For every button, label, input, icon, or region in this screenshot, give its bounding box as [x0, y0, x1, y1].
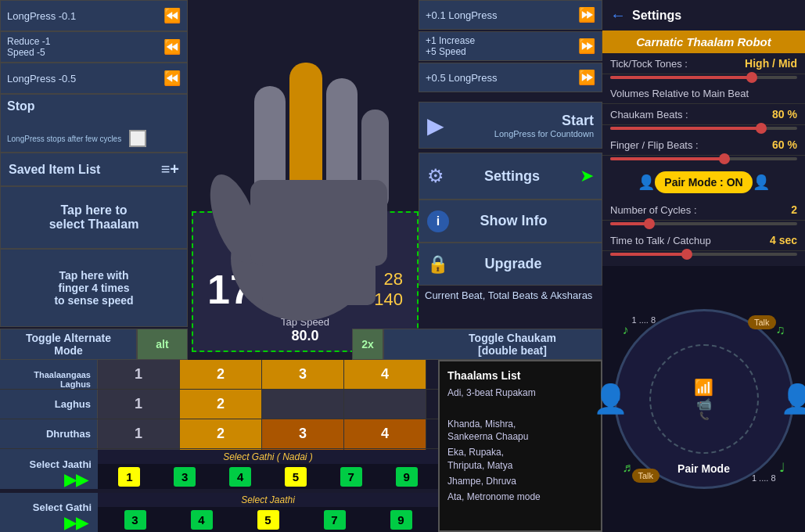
beat-info-label: Current Beat, Total Beats & Aksharas [419, 286, 602, 306]
upgrade-button[interactable]: 🔒 Upgrade [419, 243, 602, 286]
decrease-1-button[interactable]: Reduce -1 Speed -5 ⏪ [0, 31, 188, 63]
show-info-label: Show Info [480, 213, 548, 229]
chaukam-label: Chaukam Beats : [610, 109, 688, 120]
stop-label: Stop [7, 99, 35, 113]
person-right-icon: 👤 [753, 174, 770, 191]
chaukam-value: 80 % [772, 108, 797, 120]
timetotalk-slider[interactable] [602, 251, 805, 261]
forward-icon: ⏩ [578, 6, 595, 23]
thaalaangaas-label: ThaalaangaasLaghus [0, 360, 98, 389]
decrease-05-label: LongPress -0.5 [7, 73, 76, 84]
select-thaalam-button[interactable]: Tap here to select Thaalam [0, 186, 188, 249]
gathi-opt-4[interactable]: 4 [229, 467, 251, 487]
increase-01-button[interactable]: +0.1 LongPress ⏩ [419, 0, 602, 30]
pair-mode-circle: ♪ ♫ ♬ ♩ Talk 1 .... 8 Talk 1 .... 8 👤 👤 … [614, 309, 794, 489]
decrease-05-button[interactable]: LongPress -0.5 ⏪ [0, 63, 188, 94]
pair-mode-inner-circle: 📶 📹 📞 [649, 344, 759, 454]
finger-label: Finger / Flip Beats : [610, 139, 699, 151]
number-cycles-value: 2 [791, 203, 797, 216]
select-gathi-inner: Select Gathi ( Nadai ) 1 3 4 5 7 9 [98, 450, 438, 489]
svg-rect-6 [250, 180, 387, 266]
forward3-icon: ⏩ [578, 69, 595, 86]
person-blue-icon: 👤 [780, 383, 806, 415]
gathi-opt-5[interactable]: 5 [285, 467, 307, 487]
select-jaathi-inner: Select Jaathi 3 4 5 7 9 [98, 493, 438, 532]
gear-icon: ⚙ [427, 165, 444, 187]
saved-item-list-button[interactable]: Saved Item List ≡+ [0, 153, 188, 186]
tap-speed-label: Tap here with finger 4 times to sense sp… [54, 269, 133, 307]
music-note-bl: ♬ [623, 461, 632, 475]
toggle-chaukam-label: Toggle Chaukam [double beat] [469, 332, 556, 357]
timetotalk-value: 4 sec [770, 234, 797, 246]
popup-item-3: Khanda, Mishra,Sankeerna Chaapu [447, 418, 593, 444]
volumes-label: Volumes Relative to Main Beat [610, 88, 749, 99]
jaathi-opt-7[interactable]: 7 [324, 510, 346, 530]
select-gathi-title: Select Gathi ( Nadai ) [98, 450, 438, 464]
forward2-icon: ⏩ [578, 38, 595, 55]
select-gathi-section: Select Gathi ▶▶ Select Jaathi 3 4 5 7 9 [0, 493, 438, 532]
rewind3-icon: ⏪ [164, 70, 181, 87]
select-jaathi-options[interactable]: 3 4 5 7 9 [98, 507, 438, 532]
pair-mode-section: 👤 Pair Mode : ON 👤 [602, 165, 805, 200]
person-left-icon: 👤 [638, 174, 655, 191]
video-icon: 📹 [694, 397, 713, 412]
wifi-icon: 📶 [694, 378, 713, 397]
chaukam-slider[interactable] [602, 125, 805, 135]
settings-arrow-icon: ➤ [580, 166, 594, 186]
decrease-01-button[interactable]: LongPress -0.1 ⏪ [0, 0, 188, 31]
jaathi-opt-9[interactable]: 9 [390, 510, 412, 530]
lock-icon: 🔒 [427, 254, 448, 275]
cell-3-3: 3 [262, 419, 344, 448]
two-x-badge: 2x [352, 329, 383, 360]
tick-tock-label: Tick/Tock Tones : [610, 58, 688, 70]
dhruthas-label: Dhruthas [0, 419, 98, 448]
back-button[interactable]: ← [610, 6, 626, 24]
jaathi-opt-4[interactable]: 4 [191, 510, 213, 530]
select-thaalam-label: Tap here to select Thaalam [49, 203, 139, 232]
rewind-icon: ⏪ [164, 7, 181, 24]
music-note-br: ♩ [779, 460, 785, 475]
gathi-opt-7[interactable]: 7 [340, 467, 362, 487]
laghus-label: Laghus [0, 390, 98, 419]
stop-square-icon [129, 130, 146, 147]
gathi-opt-3[interactable]: 3 [174, 467, 196, 487]
list-add-icon: ≡+ [161, 160, 179, 178]
number-cycles-slider[interactable] [602, 221, 805, 230]
toggle-alt-button[interactable]: Toggle Alternate Mode [0, 329, 137, 360]
cell-3-2: 2 [180, 419, 262, 448]
toggle-chaukam-button[interactable]: Toggle Chaukam [double beat] [383, 329, 602, 360]
gathi-opt-1[interactable]: 1 [118, 467, 140, 487]
cell-1-4: 4 [344, 360, 426, 389]
decrease-1-label: Reduce -1 Speed -5 [7, 36, 50, 58]
pair-mode-badge[interactable]: Pair Mode : ON [655, 171, 752, 193]
increase-05-button[interactable]: +0.5 LongPress ⏩ [419, 63, 602, 92]
table-row-laghus: Laghus 1 2 [0, 390, 438, 419]
start-button[interactable]: ▶ Start LongPress for Countdown [419, 102, 602, 149]
upgrade-label: Upgrade [484, 256, 541, 272]
select-jaathi-title: Select Jaathi [98, 493, 438, 507]
music-note-tr: ♫ [776, 323, 785, 337]
increase-01-label: +0.1 LongPress [426, 9, 497, 21]
select-gathi-options[interactable]: 1 3 4 5 7 9 [98, 464, 438, 489]
cell-2-2: 2 [180, 390, 262, 419]
pair-mode-visual: ♪ ♫ ♬ ♩ Talk 1 .... 8 Talk 1 .... 8 👤 👤 … [602, 266, 805, 532]
jaathi-opt-5[interactable]: 5 [257, 510, 279, 530]
gathi-arrow-icon: ▶▶ [64, 513, 88, 532]
left-panel: LongPress -0.1 ⏪ Reduce -1 Speed -5 ⏪ Lo… [0, 0, 602, 532]
jaathi-opt-3[interactable]: 3 [124, 510, 146, 530]
cell-2-1: 1 [98, 390, 180, 419]
finger-row: Finger / Flip Beats : 60 % [602, 135, 805, 156]
stop-sub-label: LongPress stops after few cycles [7, 135, 121, 143]
finger-slider[interactable] [602, 156, 805, 165]
settings-button[interactable]: ⚙ Settings ➤ [419, 153, 602, 200]
increase-1-button[interactable]: +1 Increase +5 Speed ⏩ [419, 31, 602, 61]
cell-2-3 [262, 390, 344, 419]
person-pink-icon: 👤 [593, 383, 628, 415]
tap-speed-area[interactable]: Tap here with finger 4 times to sense sp… [0, 249, 188, 327]
settings-title: Settings [632, 9, 681, 23]
stop-button[interactable]: Stop LongPress stops after few cycles [0, 94, 188, 153]
show-info-button[interactable]: i Show Info [419, 200, 602, 243]
laghus-cells: 1 2 [98, 390, 438, 419]
tick-tock-slider[interactable] [602, 74, 805, 84]
gathi-opt-9[interactable]: 9 [396, 467, 418, 487]
